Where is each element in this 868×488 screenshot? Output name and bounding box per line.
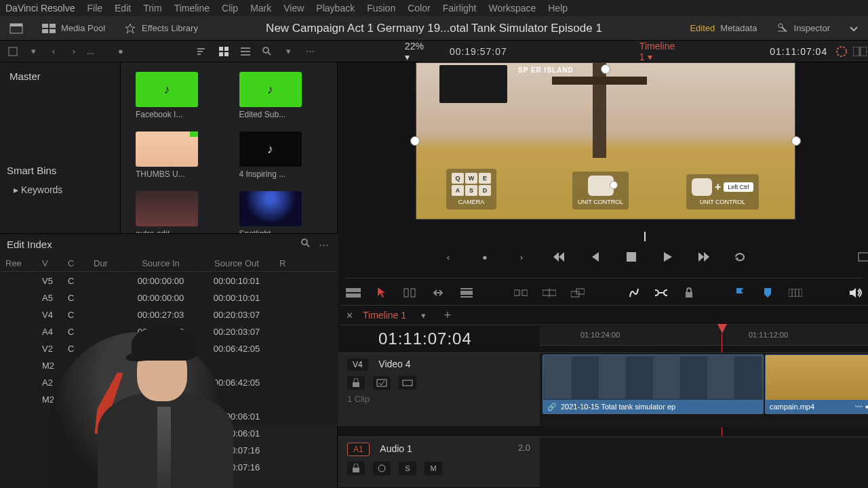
menu-view[interactable]: View	[283, 3, 304, 14]
loop-button[interactable]	[732, 249, 750, 264]
menu-workspace[interactable]: Workspace	[488, 3, 536, 14]
nav-back-icon[interactable]: ‹	[46, 45, 61, 58]
track-v4-header[interactable]: V4 Video 4 1 Clip	[338, 352, 540, 427]
clip-edited-sub[interactable]: ♪Edited Sub...	[239, 72, 302, 119]
edit-index-row[interactable]: V5C00:00:00:0000:00:10:01	[1, 273, 336, 289]
timeline-clip-2[interactable]: campain.mp4〰 ◆	[765, 354, 868, 414]
viewer-zoom[interactable]: 22% ▾	[405, 41, 424, 62]
bin-view-icon[interactable]	[5, 45, 20, 58]
metadata-toggle[interactable]: Edited Metadata	[680, 23, 766, 34]
track-a1-arm[interactable]	[373, 462, 391, 475]
menu-fairlight[interactable]: Fairlight	[443, 3, 477, 14]
clip-thumbs[interactable]: THUMBS U...	[136, 131, 198, 179]
stop-button[interactable]	[623, 249, 640, 264]
dynamic-trim-icon[interactable]	[431, 286, 445, 300]
menu-app[interactable]: DaVinci Resolve	[5, 3, 75, 14]
track-a1-tag[interactable]: A1	[347, 443, 370, 456]
menu-timeline[interactable]: Timeline	[174, 3, 210, 14]
flag-icon[interactable]	[734, 286, 746, 300]
prev-frame-button[interactable]	[586, 249, 604, 264]
timeline-tab-chevron[interactable]: ▾	[416, 308, 431, 322]
add-timeline-icon[interactable]: +	[440, 308, 455, 322]
transform-handle-r[interactable]	[791, 136, 801, 146]
overwrite-clip-icon[interactable]	[542, 286, 556, 300]
dual-viewer-icon[interactable]	[853, 45, 867, 58]
timeline-ruler[interactable]: 01:10:24:00 01:11:12:00	[540, 327, 868, 346]
mark-out-icon[interactable]: ›	[513, 249, 530, 264]
slider-dot[interactable]: ●	[113, 45, 128, 58]
play-button[interactable]	[659, 249, 677, 264]
chevron-down-icon[interactable]: ▾	[26, 45, 41, 58]
track-a1-lane[interactable]	[540, 436, 868, 488]
bypass-fx-icon[interactable]	[835, 45, 848, 58]
master-bin[interactable]: Master	[0, 66, 120, 86]
source-timecode[interactable]: 00:19:57:07	[450, 46, 507, 57]
edit-index-row[interactable]: 00:00:06:01	[1, 426, 336, 441]
edit-index-row[interactable]: A4C00:00:27:0300:20:03:07	[1, 324, 336, 340]
menu-trim[interactable]: Trim	[143, 3, 161, 14]
track-lock-icon[interactable]	[347, 376, 365, 390]
track-v4-lane[interactable]: 🔗2021-10-15 Total tank simulator ep camp…	[540, 352, 868, 427]
menu-help[interactable]: Help	[548, 3, 568, 14]
marker-icon[interactable]	[762, 286, 774, 300]
timeline-tab-1[interactable]: Timeline 1	[363, 310, 406, 321]
effects-library-toggle[interactable]: Effects Library	[115, 23, 208, 34]
mark-dot-icon[interactable]: ●	[476, 249, 494, 264]
timeline-view-icon[interactable]	[346, 286, 361, 300]
menu-edit[interactable]: Edit	[115, 3, 131, 14]
grid-view-icon[interactable]	[216, 45, 231, 58]
track-a1-lock[interactable]	[347, 462, 365, 475]
clip-facebook[interactable]: ♪Facebook I...	[136, 72, 198, 119]
edit-index-row[interactable]: M2	[1, 392, 336, 407]
link-icon[interactable]	[655, 286, 667, 300]
next-frame-button[interactable]	[696, 249, 713, 264]
more-icon[interactable]: ⋯	[303, 45, 318, 58]
keyboard-icon[interactable]	[789, 286, 802, 300]
track-a1-solo[interactable]: S	[399, 462, 416, 475]
replace-clip-icon[interactable]	[571, 286, 585, 300]
edit-index-row[interactable]: M200:00:11:22	[1, 358, 336, 373]
track-a1-header[interactable]: A1 Audio 1 2.0 S M	[338, 436, 540, 488]
layout-button[interactable]	[0, 23, 33, 34]
selection-tool-icon[interactable]	[376, 286, 388, 300]
menu-fusion[interactable]: Fusion	[367, 3, 395, 14]
mute-icon[interactable]	[849, 286, 863, 300]
edit-index-row[interactable]: 00:00:06:01	[1, 409, 336, 424]
clip-spotlight[interactable]: Spotlight -...	[239, 191, 302, 239]
keywords-bin[interactable]: ▸ Keywords	[0, 180, 120, 199]
menu-color[interactable]: Color	[408, 3, 430, 14]
edit-index-row[interactable]: 00:00:07:16	[1, 443, 336, 458]
first-frame-button[interactable]	[549, 249, 567, 264]
sort-icon[interactable]	[195, 45, 210, 58]
playhead[interactable]	[717, 324, 727, 333]
timeline-name-header[interactable]: Timeline 1 ▾	[639, 41, 675, 62]
expand-button[interactable]	[840, 23, 868, 34]
nav-fwd-icon[interactable]: ›	[66, 45, 81, 58]
transform-handle-t[interactable]	[601, 64, 610, 74]
inspector-toggle[interactable]: Inspector	[767, 23, 840, 34]
menu-file[interactable]: File	[87, 3, 102, 14]
close-timeline-icon[interactable]: ✕	[346, 310, 353, 321]
edit-index-row[interactable]: A200:00:11:2200:06:42:05	[1, 375, 336, 390]
filter-chevron-icon[interactable]: ▾	[281, 45, 296, 58]
list-view-icon[interactable]	[238, 45, 253, 58]
track-enable-icon[interactable]	[399, 376, 416, 390]
smart-bins-header[interactable]: Smart Bins	[0, 161, 120, 180]
auto-select-icon[interactable]	[373, 376, 391, 390]
clip-outro[interactable]: outro edit ...	[136, 191, 198, 239]
menu-clip[interactable]: Clip	[222, 3, 238, 14]
menu-mark[interactable]: Mark	[250, 3, 271, 14]
clip-inspiring[interactable]: ♪4 Inspiring ...	[239, 131, 302, 179]
edit-index-search-icon[interactable]	[298, 237, 313, 250]
blade-tool-icon[interactable]	[460, 286, 472, 300]
edit-index-row[interactable]: V2C00:00:11:2200:06:42:05	[1, 341, 336, 357]
edit-index-row[interactable]: V4C00:00:27:0300:20:03:07	[1, 307, 336, 323]
track-v4-tag[interactable]: V4	[347, 359, 368, 371]
edit-index-row[interactable]: A5C00:00:00:0000:00:10:01	[1, 290, 336, 306]
record-timecode[interactable]: 01:11:07:04	[770, 46, 827, 57]
transform-handle-l[interactable]	[410, 136, 420, 146]
edit-index-more-icon[interactable]: ⋯	[316, 238, 331, 251]
program-viewer[interactable]: SP ER ISLAND QWEASD CAMERA UNIT CONTROL …	[416, 62, 795, 220]
search-icon[interactable]	[260, 45, 275, 58]
lock-icon[interactable]	[682, 286, 694, 300]
